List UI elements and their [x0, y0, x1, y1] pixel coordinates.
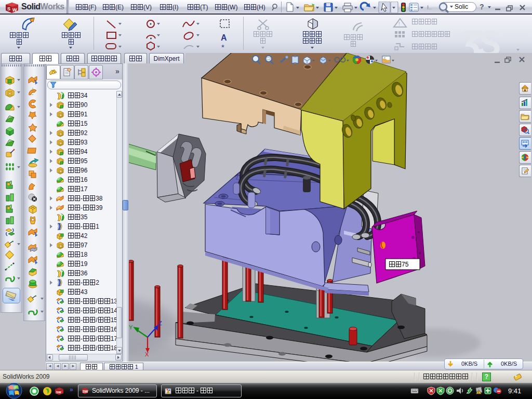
svg-text:Y: Y — [129, 324, 133, 330]
svg-text:!: ! — [398, 21, 400, 27]
svg-text:SW: SW — [83, 390, 88, 393]
svg-text:SW: SW — [56, 391, 61, 394]
svg-text:*: * — [221, 43, 224, 51]
svg-text:A: A — [221, 33, 227, 42]
svg-text:Ɨ..: Ɨ.. — [427, 4, 432, 10]
svg-text:X: X — [145, 351, 149, 357]
svg-text:W: W — [12, 7, 17, 12]
svg-text:*: * — [35, 294, 37, 299]
svg-text:!: ! — [478, 391, 479, 394]
svg-text:*: * — [12, 240, 14, 245]
svg-text:S: S — [7, 6, 10, 11]
svg-text:Z: Z — [158, 320, 162, 326]
